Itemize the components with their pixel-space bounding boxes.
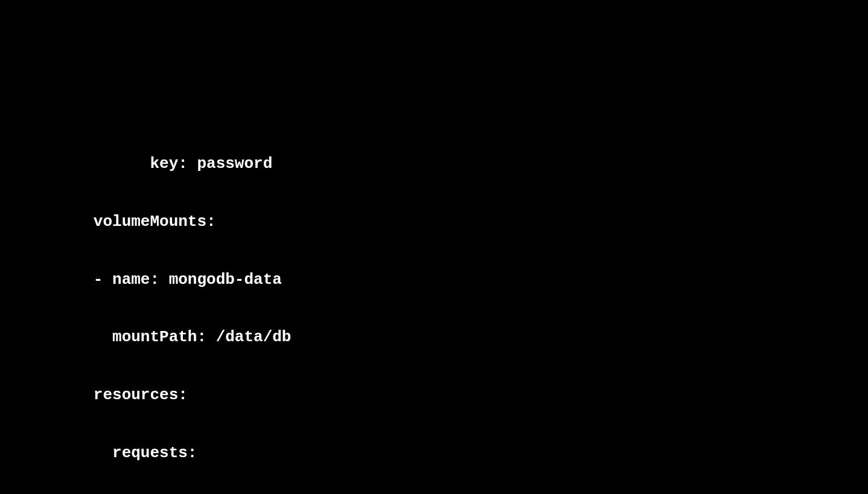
yaml-output-block: key: password volumeMounts: - name: mong…: [18, 116, 850, 494]
yaml-line: volumeMounts:: [18, 213, 850, 232]
yaml-line: - name: mongodb-data: [18, 271, 850, 290]
terminal-window[interactable]: key: password volumeMounts: - name: mong…: [0, 77, 868, 494]
yaml-line: resources:: [18, 386, 850, 405]
yaml-line: requests:: [18, 444, 850, 463]
yaml-line: key: password: [18, 155, 850, 174]
yaml-line: mountPath: /data/db: [18, 328, 850, 347]
